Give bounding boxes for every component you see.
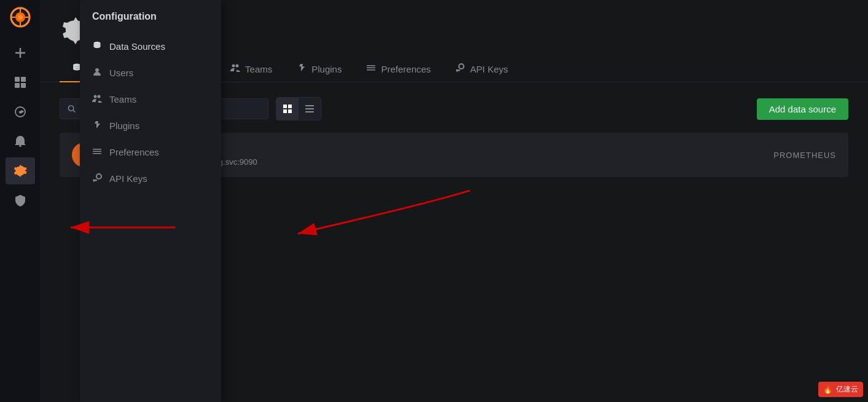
dropdown-title: Configuration <box>80 0 221 33</box>
preferences-tab-icon <box>366 63 376 75</box>
svg-rect-13 <box>21 83 26 88</box>
svg-rect-31 <box>283 109 287 113</box>
dropdown-item-preferences[interactable]: Preferences <box>80 139 221 165</box>
grafana-logo[interactable] <box>8 5 33 30</box>
svg-rect-26 <box>456 70 458 72</box>
dropdown-item-plugins[interactable]: Plugins <box>80 112 221 139</box>
sidebar-item-dashboards[interactable] <box>6 69 35 96</box>
main-content: Configuration Organization: Main Org. Da… <box>40 0 868 402</box>
svg-rect-42 <box>93 149 101 150</box>
search-icon <box>68 104 76 113</box>
svg-point-41 <box>98 95 101 98</box>
view-toggle <box>276 97 321 120</box>
dropdown-apikeys-label: API Keys <box>109 173 147 184</box>
svg-rect-34 <box>305 108 314 109</box>
dropdown-users-label: Users <box>109 68 133 78</box>
svg-rect-47 <box>93 180 95 182</box>
svg-point-39 <box>95 68 99 72</box>
sidebar-item-config[interactable] <box>6 157 35 184</box>
dropdown-item-datasources[interactable]: Data Sources <box>80 33 221 60</box>
tab-preferences[interactable]: Preferences <box>354 57 443 82</box>
svg-rect-43 <box>93 151 101 152</box>
sidebar-item-shield[interactable] <box>6 187 35 214</box>
tab-teams[interactable]: Teams <box>218 57 284 82</box>
svg-rect-33 <box>305 105 314 106</box>
svg-rect-32 <box>288 109 292 113</box>
dropdown-plugins-label: Plugins <box>109 120 139 131</box>
svg-rect-12 <box>15 83 20 88</box>
dropdown-plugins-icon <box>92 120 102 132</box>
dropdown-teams-label: Teams <box>109 94 136 104</box>
dropdown-datasources-icon <box>92 41 102 52</box>
svg-point-38 <box>94 42 101 44</box>
tab-apikeys[interactable]: API Keys <box>443 57 520 82</box>
svg-rect-29 <box>283 104 287 108</box>
svg-rect-16 <box>19 145 22 147</box>
svg-line-28 <box>73 110 75 112</box>
tab-teams-label: Teams <box>245 64 272 74</box>
dropdown-item-apikeys[interactable]: API Keys <box>80 165 221 192</box>
sidebar-item-add[interactable] <box>6 39 35 66</box>
svg-point-40 <box>94 95 97 98</box>
svg-rect-11 <box>21 77 26 82</box>
tab-plugins[interactable]: Plugins <box>284 57 354 82</box>
watermark: 🔥 亿速云 <box>818 382 863 397</box>
svg-rect-23 <box>367 69 375 71</box>
tab-apikeys-label: API Keys <box>470 64 508 74</box>
dropdown-item-teams[interactable]: Teams <box>80 86 221 112</box>
dropdown-item-users[interactable]: Users <box>80 60 221 86</box>
svg-point-3 <box>18 15 23 20</box>
datasource-type: PROMETHEUS <box>773 151 836 160</box>
svg-rect-30 <box>288 104 292 108</box>
sidebar-item-alerts[interactable] <box>6 128 35 155</box>
svg-marker-15 <box>18 110 24 114</box>
svg-rect-44 <box>93 153 101 154</box>
svg-point-20 <box>236 65 239 68</box>
add-datasource-button[interactable]: Add data source <box>757 98 848 120</box>
tab-preferences-label: Preferences <box>381 64 431 74</box>
svg-rect-21 <box>367 65 375 66</box>
teams-tab-icon <box>230 63 240 75</box>
dropdown-preferences-icon <box>92 146 102 158</box>
watermark-text: 亿速云 <box>836 384 858 395</box>
dropdown-preferences-label: Preferences <box>109 147 159 157</box>
watermark-icon: 🔥 <box>823 385 832 394</box>
dropdown-datasources-label: Data Sources <box>109 41 165 52</box>
grid-view-button[interactable] <box>276 98 299 120</box>
tab-plugins-label: Plugins <box>311 64 342 74</box>
svg-point-19 <box>232 65 235 68</box>
apikeys-tab-icon <box>455 63 465 75</box>
plugins-tab-icon <box>297 63 307 75</box>
list-view-button[interactable] <box>299 98 321 120</box>
svg-point-27 <box>68 106 73 111</box>
svg-rect-46 <box>95 179 96 181</box>
sidebar <box>0 0 40 402</box>
dropdown-users-icon <box>92 67 102 79</box>
dropdown-apikeys-icon <box>92 173 102 184</box>
svg-rect-10 <box>15 77 20 82</box>
dropdown-teams-icon <box>92 93 102 105</box>
svg-rect-35 <box>305 111 314 112</box>
svg-rect-25 <box>458 69 459 71</box>
svg-rect-22 <box>367 68 375 69</box>
config-dropdown-menu: Configuration Data Sources Users <box>80 0 221 402</box>
sidebar-item-explore[interactable] <box>6 98 35 125</box>
